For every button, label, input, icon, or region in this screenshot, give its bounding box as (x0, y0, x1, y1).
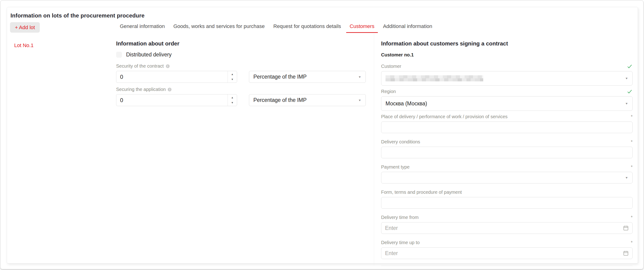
region-field-group: Region Москва (Москва) ▼ (381, 88, 632, 111)
lot-tabs: General information Goods, works and ser… (120, 22, 432, 33)
payment-type-label-row: Payment type * (381, 164, 632, 170)
order-heading: Information about order (116, 40, 374, 47)
calendar-icon[interactable] (623, 250, 629, 256)
required-asterisk: * (631, 114, 632, 119)
lot-list: Lot No.1 (7, 34, 116, 266)
delivery-time-from-label-row: Delivery time from * (381, 214, 632, 220)
region-label: Region (381, 89, 396, 94)
securing-application-value-field: ▲ ▼ (116, 94, 237, 106)
lots-card: Information on lots of the procurement p… (7, 7, 638, 263)
security-of-contract-unit-select[interactable]: Percentage of the IMP ▼ (249, 71, 366, 83)
chevron-down-icon: ▼ (625, 77, 628, 80)
required-asterisk: * (631, 139, 632, 145)
distributed-delivery-label: Distributed delivery (126, 52, 172, 58)
chevron-down-icon: ▼ (625, 176, 628, 179)
security-of-contract-controls: ▲ ▼ Percentage of the IMP ▼ (116, 71, 374, 83)
tab-general-information[interactable]: General information (120, 23, 165, 33)
security-of-contract-unit-value: Percentage of the IMP (253, 74, 307, 80)
calendar-icon[interactable] (623, 225, 629, 231)
delivery-time-up-to-input[interactable] (381, 247, 632, 259)
customer-number: Customer no.1 (381, 52, 632, 58)
redacted-customer-value (386, 75, 483, 81)
chevron-down-icon: ▼ (625, 102, 628, 105)
customers-section: Information about customers signing a co… (374, 34, 638, 266)
payment-form-label-row: Form, terms and procedure of payment (381, 189, 632, 195)
security-of-contract-input[interactable] (116, 71, 228, 83)
tab-customers[interactable]: Customers (346, 23, 378, 33)
delivery-time-from-input[interactable] (381, 222, 632, 234)
delivery-conditions-field-group: Delivery conditions * (381, 139, 632, 158)
place-of-delivery-field-group: Place of delivery / performance of work … (381, 113, 632, 133)
info-icon[interactable]: i (168, 88, 172, 91)
add-lot-button[interactable]: + Add lot (10, 22, 40, 33)
securing-application-label: Securing the application (116, 87, 166, 92)
tab-additional-information[interactable]: Additional information (383, 23, 432, 33)
securing-application-unit-value: Percentage of the IMP (253, 97, 307, 103)
distributed-delivery-checkbox[interactable] (116, 52, 122, 58)
delivery-time-up-to-label: Delivery time up to (381, 240, 420, 245)
region-select[interactable]: Москва (Москва) ▼ (381, 96, 632, 111)
place-of-delivery-label: Place of delivery / performance of work … (381, 114, 508, 119)
spinner-up-icon[interactable]: ▲ (231, 96, 234, 99)
delivery-conditions-label: Delivery conditions (381, 139, 420, 145)
securing-application-unit-select[interactable]: Percentage of the IMP ▼ (249, 94, 366, 106)
security-of-contract-spinner: ▲ ▼ (228, 71, 237, 83)
toolbar: + Add lot General information Goods, wor… (7, 22, 638, 34)
page-title: Information on lots of the procurement p… (10, 12, 638, 19)
region-label-row: Region (381, 88, 632, 94)
valid-check-icon (626, 63, 632, 69)
procurement-lots-page: Information on lots of the procurement p… (0, 0, 644, 269)
chevron-down-icon: ▼ (358, 75, 361, 78)
distributed-delivery-row: Distributed delivery (116, 52, 374, 58)
delivery-conditions-label-row: Delivery conditions * (381, 139, 632, 145)
tab-goods-works-services[interactable]: Goods, works and services for purchase (173, 23, 265, 33)
delivery-time-up-to-field-group: Delivery time up to * (381, 239, 632, 259)
delivery-time-from-field-group: Delivery time from * (381, 214, 632, 234)
customer-field-group: Customer ▼ (381, 63, 632, 86)
required-asterisk: * (631, 164, 632, 170)
security-of-contract-label: Security of the contract (116, 63, 164, 69)
securing-application-input[interactable] (116, 94, 228, 106)
place-of-delivery-input[interactable] (381, 121, 632, 133)
securing-application-controls: ▲ ▼ Percentage of the IMP ▼ (116, 94, 374, 106)
lot-content: Lot No.1 Information about order Distrib… (7, 34, 638, 266)
order-section: Information about order Distributed deli… (116, 34, 374, 266)
payment-form-field-group: Form, terms and procedure of payment (381, 189, 632, 209)
info-icon[interactable]: i (166, 64, 170, 68)
delivery-time-up-to-field (381, 247, 632, 259)
spinner-down-icon[interactable]: ▼ (231, 78, 234, 81)
place-of-delivery-label-row: Place of delivery / performance of work … (381, 113, 632, 120)
customers-divider (381, 265, 632, 266)
payment-type-label: Payment type (381, 164, 410, 170)
delivery-time-from-label: Delivery time from (381, 215, 418, 220)
payment-type-field-group: Payment type * ▼ (381, 164, 632, 184)
payment-form-input[interactable] (381, 197, 632, 209)
payment-form-label: Form, terms and procedure of payment (381, 190, 462, 195)
chevron-down-icon: ▼ (358, 99, 361, 102)
required-asterisk: * (631, 240, 632, 245)
spinner-up-icon[interactable]: ▲ (231, 73, 234, 76)
security-of-contract-label-row: Security of the contract i (116, 63, 374, 69)
customer-select[interactable]: ▼ (381, 71, 632, 86)
tab-request-for-quotations[interactable]: Request for quotations details (273, 23, 341, 33)
required-asterisk: * (631, 215, 632, 220)
security-of-contract-value-field: ▲ ▼ (116, 71, 237, 83)
lot-item-1[interactable]: Lot No.1 (14, 42, 34, 48)
securing-application-label-row: Securing the application i (116, 87, 374, 92)
spinner-down-icon[interactable]: ▼ (231, 101, 234, 104)
payment-type-select[interactable]: ▼ (381, 172, 632, 184)
customer-label: Customer (381, 64, 401, 69)
delivery-conditions-input[interactable] (381, 147, 632, 158)
region-value: Москва (Москва) (386, 100, 427, 107)
securing-application-spinner: ▲ ▼ (228, 94, 237, 106)
delivery-time-up-to-label-row: Delivery time up to * (381, 239, 632, 245)
customer-label-row: Customer (381, 63, 632, 69)
valid-check-icon (626, 88, 632, 94)
delivery-time-from-field (381, 222, 632, 234)
customers-heading: Information about customers signing a co… (381, 40, 632, 47)
